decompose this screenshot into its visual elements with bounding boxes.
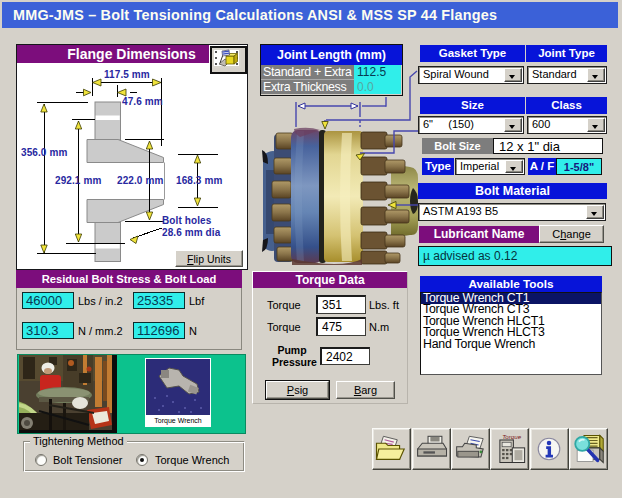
svg-text:Torque: Torque	[502, 433, 522, 440]
svg-text:Torque Wrench: Torque Wrench	[154, 417, 201, 425]
